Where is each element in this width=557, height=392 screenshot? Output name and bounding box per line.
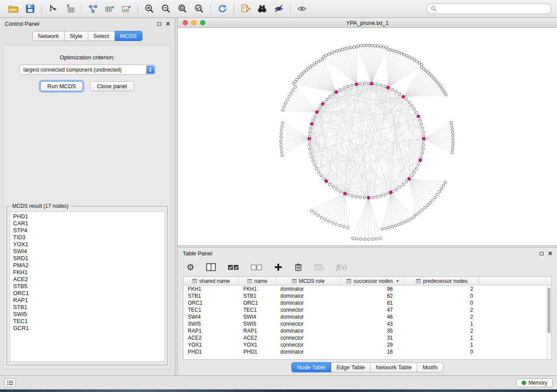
mcds-result-item[interactable]: RAP1: [13, 297, 161, 304]
table-row[interactable]: YOX1YOX1connector291: [183, 341, 551, 348]
mcds-result-item[interactable]: YOX1: [13, 241, 161, 248]
table-row[interactable]: SWI5SWI5connector431: [183, 320, 551, 327]
table-row[interactable]: ACE2ACE2connector311: [183, 334, 551, 341]
window-close-icon[interactable]: [183, 20, 188, 25]
table-settings-button[interactable]: ⚙: [187, 263, 194, 272]
import-table-icon: [65, 3, 75, 14]
float-table-panel-icon[interactable]: [540, 252, 543, 255]
refresh-layout-button[interactable]: [214, 1, 231, 16]
column-header-shared-name[interactable]: shared name: [183, 277, 239, 285]
mcds-result-item[interactable]: CAR1: [13, 220, 161, 227]
column-header-filler: [479, 277, 551, 285]
memory-status-icon: [522, 381, 526, 385]
mcds-result-item[interactable]: ORC1: [13, 290, 161, 297]
close-table-panel-icon[interactable]: ×: [548, 251, 552, 256]
column-header-MCDS-role[interactable]: MCDS role: [276, 277, 341, 285]
tab-edge-table[interactable]: Edge Table: [331, 362, 370, 372]
export-network-button[interactable]: [85, 1, 101, 16]
table-row[interactable]: PHD1PHD1dominator180: [183, 348, 551, 355]
import-table-button[interactable]: [62, 1, 78, 16]
close-panel-icon[interactable]: ×: [166, 21, 170, 27]
network-canvas[interactable]: [178, 28, 557, 245]
toolbar-separator: [138, 3, 138, 14]
node-table-body: FKH1FKH1dominator962STB1STB1dominator620…: [183, 285, 551, 355]
window-minimize-icon[interactable]: [191, 20, 197, 25]
deselect-all-button[interactable]: [251, 263, 262, 271]
show-columns-button[interactable]: [206, 263, 216, 271]
mcds-result-groupbox: MCDS result (17 nodes) PHD1CAR1STP4TID3Y…: [7, 206, 168, 365]
network-window-titlebar[interactable]: YPA_prune.txt_1: [178, 18, 557, 28]
select-all-button[interactable]: [228, 263, 239, 271]
mcds-result-item[interactable]: PMA2: [13, 262, 161, 269]
network-window: YPA_prune.txt_1: [178, 18, 557, 245]
table-row[interactable]: ORC1ORC1dominator610: [183, 299, 551, 306]
add-column-button[interactable]: [274, 263, 283, 272]
mcds-result-item[interactable]: SWI5: [13, 311, 161, 318]
zoom-in-button[interactable]: [141, 1, 158, 16]
mcds-result-item[interactable]: ACE2: [13, 276, 161, 283]
network-graph[interactable]: [178, 28, 557, 245]
memory-button[interactable]: Memory: [516, 378, 553, 387]
zoom-selected-button[interactable]: [191, 1, 208, 16]
mcds-result-item[interactable]: TEC1: [13, 318, 161, 325]
table-row[interactable]: SWI4SWI4dominator462: [183, 313, 551, 320]
table-panel-header: Table Panel ×: [178, 248, 557, 259]
mcds-result-item[interactable]: GCR1: [13, 325, 161, 332]
share-document-button[interactable]: [237, 1, 254, 16]
share-document-icon: [240, 3, 251, 14]
toggle-visibility-button[interactable]: [294, 1, 310, 16]
delete-column-button[interactable]: [294, 263, 302, 272]
column-header-predecessor-nodes[interactable]: predecessor nodes: [405, 277, 479, 285]
tab-network[interactable]: Network: [32, 31, 65, 41]
function-builder-button[interactable]: f(x): [336, 263, 347, 272]
mcds-result-item[interactable]: TID3: [13, 234, 161, 241]
apply-style-button[interactable]: [270, 1, 287, 16]
zoom-out-icon: [161, 3, 171, 14]
run-mcds-button[interactable]: Run MCDS: [40, 81, 83, 91]
table-scrollbar[interactable]: [547, 286, 551, 359]
control-panel: Control Panel × NetworkStyleSelectMCDS O…: [0, 18, 175, 375]
export-image-icon: [121, 3, 131, 14]
mcds-result-item[interactable]: SRD1: [13, 255, 161, 262]
column-header-successor-nodes[interactable]: successor nodes▾: [341, 277, 405, 285]
column-header-name[interactable]: name: [239, 277, 276, 285]
table-row[interactable]: FKH1FKH1dominator962: [183, 285, 551, 292]
table-row[interactable]: STB1STB1dominator620: [183, 292, 551, 299]
mcds-result-item[interactable]: SWI4: [13, 248, 161, 255]
table-row[interactable]: TEC1TEC1connector472: [183, 306, 551, 313]
export-image-button[interactable]: [118, 1, 135, 16]
export-table-button[interactable]: [101, 1, 118, 16]
search-input[interactable]: [439, 6, 547, 12]
mcds-result-item[interactable]: STB1: [13, 304, 161, 311]
mcds-result-list[interactable]: PHD1CAR1STP4TID3YOX1SWI4SRD1PMA2FKH1ACE2…: [10, 211, 165, 362]
save-session-button[interactable]: [22, 1, 38, 16]
mcds-result-item[interactable]: STB5: [13, 283, 161, 290]
open-file-button[interactable]: [5, 1, 22, 16]
network-window-title: YPA_prune.txt_1: [178, 20, 557, 26]
tab-network-table[interactable]: Network Table: [370, 362, 417, 372]
tab-select[interactable]: Select: [88, 31, 115, 41]
task-history-button[interactable]: [4, 378, 16, 387]
table-row[interactable]: RAP1RAP1dominator352: [183, 327, 551, 334]
criterion-dropdown[interactable]: largest connected component (undirected): [19, 65, 156, 75]
import-network-button[interactable]: [45, 1, 62, 16]
close-panel-button[interactable]: Close panel: [90, 81, 134, 91]
tab-motifs[interactable]: Motifs: [417, 362, 443, 372]
vertical-splitter[interactable]: [175, 18, 178, 375]
float-panel-icon[interactable]: [157, 22, 161, 26]
search-box[interactable]: [426, 3, 552, 14]
tab-style[interactable]: Style: [65, 31, 88, 41]
table-panel: Table Panel × ⚙: [178, 248, 557, 375]
control-panel-title: Control Panel: [5, 21, 39, 27]
mcds-result-item[interactable]: PHD1: [13, 213, 161, 220]
tab-node-table[interactable]: Node Table: [291, 362, 332, 372]
tab-mcds[interactable]: MCDS: [115, 31, 142, 41]
zoom-fit-button[interactable]: [174, 1, 191, 16]
zoom-out-button[interactable]: [158, 1, 174, 16]
mcds-result-item[interactable]: FKH1: [13, 269, 161, 276]
search-network-button[interactable]: [254, 1, 270, 16]
column-type-icon: [192, 279, 197, 283]
table-scrollbar-thumb[interactable]: [547, 288, 550, 333]
window-maximize-icon[interactable]: [200, 20, 205, 25]
mcds-result-item[interactable]: STP4: [13, 227, 161, 234]
